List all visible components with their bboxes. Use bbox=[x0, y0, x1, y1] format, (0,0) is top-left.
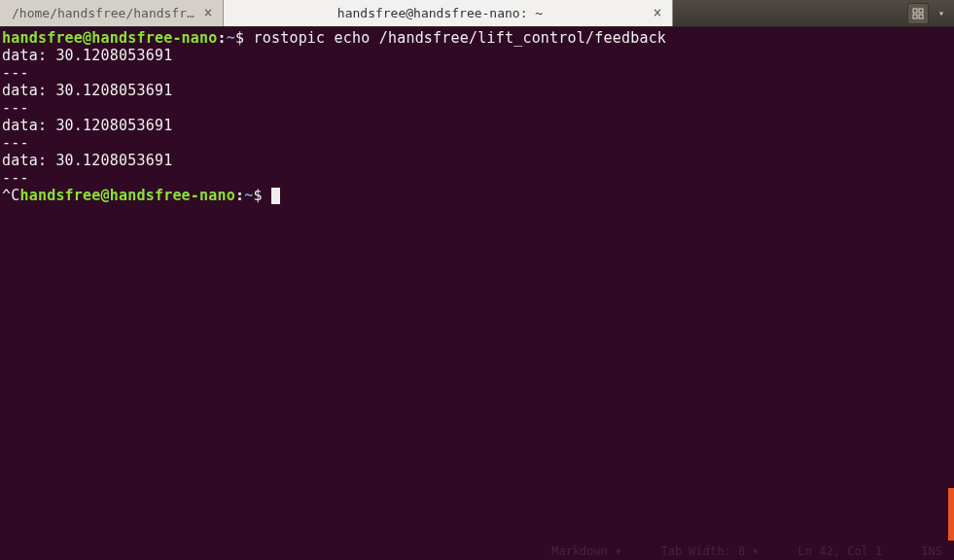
status-insert: INS bbox=[921, 544, 942, 558]
output-line: data: 30.1208053691 bbox=[2, 47, 952, 64]
status-mode[interactable]: Markdown ▾ bbox=[551, 544, 621, 558]
output-line: --- bbox=[2, 64, 952, 82]
close-icon[interactable]: × bbox=[201, 7, 215, 20]
prompt-user: handsfree@handsfree-nano bbox=[2, 29, 218, 47]
svg-rect-0 bbox=[913, 9, 917, 13]
output-line: --- bbox=[2, 99, 952, 117]
prompt-dollar: $ bbox=[235, 29, 244, 47]
tab-bar: /home/handsfree/handsfree/handsfree_ros_… bbox=[0, 0, 673, 26]
output-line: data: 30.1208053691 bbox=[2, 82, 952, 99]
scrollbar-indicator[interactable] bbox=[948, 488, 954, 541]
window-titlebar: /home/handsfree/handsfree/handsfree_ros_… bbox=[0, 0, 954, 27]
command-text: rostopic echo /handsfree/lift_control/fe… bbox=[253, 29, 666, 47]
prompt-path: ~ bbox=[227, 29, 235, 47]
new-tab-button[interactable] bbox=[907, 3, 929, 24]
tab-editor[interactable]: /home/handsfree/handsfree/handsfree_ros_… bbox=[0, 0, 224, 26]
titlebar-controls: ▾ bbox=[907, 3, 954, 24]
prompt-user: handsfree@handsfree-nano bbox=[19, 187, 235, 204]
interrupt-marker: ^C bbox=[2, 187, 19, 204]
tab-terminal[interactable]: handsfree@handsfree-nano: ~ × bbox=[224, 0, 673, 26]
output-line: data: 30.1208053691 bbox=[2, 117, 952, 134]
svg-rect-2 bbox=[913, 15, 917, 18]
status-bar: Markdown ▾ Tab Width: 8 ▾ Ln 42, Col 1 I… bbox=[0, 542, 954, 560]
terminal-output[interactable]: handsfree@handsfree-nano:~$ rostopic ech… bbox=[0, 27, 954, 206]
cursor bbox=[271, 188, 280, 204]
status-position: Ln 42, Col 1 bbox=[798, 544, 883, 558]
status-tabwidth[interactable]: Tab Width: 8 ▾ bbox=[660, 544, 759, 558]
output-line: --- bbox=[2, 134, 952, 152]
chevron-down-icon[interactable]: ▾ bbox=[935, 7, 948, 20]
prompt-sep: : bbox=[218, 29, 227, 47]
prompt-dollar: $ bbox=[253, 187, 262, 204]
svg-rect-3 bbox=[919, 15, 923, 18]
close-icon[interactable]: × bbox=[651, 7, 664, 20]
tab-label: /home/handsfree/handsfree/handsfree_ros_… bbox=[12, 6, 195, 20]
tab-label: handsfree@handsfree-nano: ~ bbox=[235, 6, 645, 20]
output-line: data: 30.1208053691 bbox=[2, 152, 952, 169]
svg-rect-1 bbox=[919, 9, 923, 13]
prompt-sep: : bbox=[235, 187, 244, 204]
output-line: --- bbox=[2, 169, 952, 187]
